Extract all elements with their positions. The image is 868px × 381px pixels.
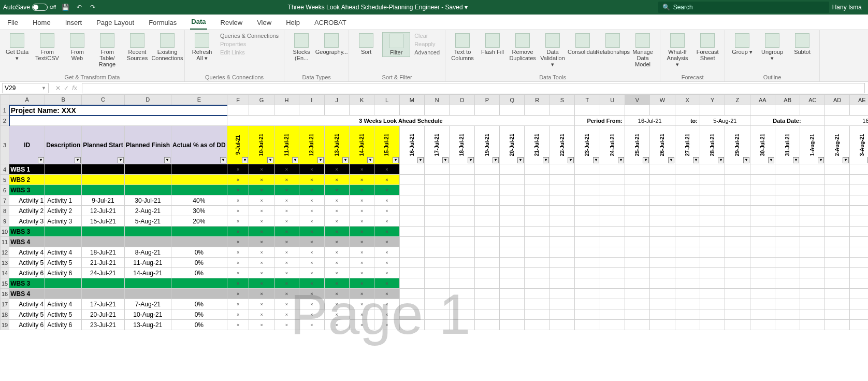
schedule-title[interactable]: 3 Weeks Look Ahead Schedule [227, 116, 574, 126]
cell-planned-start[interactable] [82, 185, 124, 195]
gantt-cell[interactable] [500, 185, 525, 195]
gantt-cell[interactable] [725, 175, 750, 185]
gantt-cell[interactable] [274, 164, 299, 175]
cell-id[interactable]: Activity 1 [9, 195, 45, 206]
gantt-cell[interactable] [450, 216, 474, 227]
gantt-cell[interactable] [525, 237, 549, 247]
gantt-cell[interactable] [825, 309, 850, 320]
date-header-2-Aug-21[interactable]: 2-Aug-21▾ [825, 126, 850, 164]
row-header-15[interactable]: 15 [1, 278, 9, 289]
gantt-cell[interactable] [800, 195, 825, 206]
col-header-R[interactable]: R [525, 95, 549, 105]
gantt-cell[interactable] [775, 268, 800, 278]
data-validation--button[interactable]: Data Validation ▾ [539, 32, 567, 69]
gantt-cell[interactable] [650, 227, 675, 237]
cell-desc[interactable] [45, 227, 82, 237]
gantt-cell[interactable] [525, 247, 549, 258]
gantt-cell[interactable] [474, 299, 499, 309]
header-id[interactable]: ID▾ [9, 126, 45, 164]
gantt-cell[interactable] [349, 268, 374, 278]
gantt-cell[interactable] [424, 185, 449, 195]
filter-button[interactable]: Filter [382, 32, 410, 57]
gantt-cell[interactable] [299, 247, 324, 258]
gantt-cell[interactable] [249, 278, 274, 289]
gantt-cell[interactable] [675, 206, 700, 216]
gantt-cell[interactable] [525, 309, 549, 320]
gantt-cell[interactable] [600, 309, 625, 320]
gantt-cell[interactable] [625, 268, 649, 278]
cell-id[interactable]: WBS 3 [9, 227, 45, 237]
gantt-cell[interactable] [849, 289, 868, 299]
gantt-cell[interactable] [274, 278, 299, 289]
gantt-cell[interactable] [399, 268, 424, 278]
gantt-cell[interactable] [249, 195, 274, 206]
gantt-cell[interactable] [324, 247, 349, 258]
gantt-cell[interactable] [625, 195, 649, 206]
gantt-cell[interactable] [450, 289, 474, 299]
ungroup--button[interactable]: Ungroup ▾ [758, 32, 786, 63]
cell-planned-start[interactable]: 17-Jul-21 [82, 299, 124, 309]
gantt-cell[interactable] [374, 206, 399, 216]
cell-planned-start[interactable] [82, 237, 124, 247]
gantt-cell[interactable] [700, 268, 725, 278]
gantt-cell[interactable] [549, 237, 574, 247]
cell-actual-pct[interactable] [171, 185, 227, 195]
gantt-cell[interactable] [849, 320, 868, 330]
gantt-cell[interactable] [450, 278, 474, 289]
gantt-cell[interactable] [525, 206, 549, 216]
date-header-20-Jul-21[interactable]: 20-Jul-21▾ [500, 126, 525, 164]
gantt-cell[interactable] [600, 216, 625, 227]
cell-planned-finish[interactable]: 13-Aug-21 [124, 320, 171, 330]
gantt-cell[interactable] [424, 164, 449, 175]
advanced-button[interactable]: Advanced [412, 49, 442, 56]
gantt-cell[interactable] [600, 164, 625, 175]
remove-duplicates-button[interactable]: Remove Duplicates [509, 32, 537, 62]
gantt-cell[interactable] [750, 309, 775, 320]
gantt-cell[interactable] [775, 175, 800, 185]
gantt-cell[interactable] [800, 237, 825, 247]
cell-planned-finish[interactable]: 14-Aug-21 [124, 268, 171, 278]
filter-icon[interactable]: ▾ [517, 157, 524, 163]
gantt-cell[interactable] [374, 309, 399, 320]
gantt-cell[interactable] [650, 164, 675, 175]
gantt-cell[interactable] [549, 227, 574, 237]
gantt-cell[interactable] [800, 227, 825, 237]
col-header-L[interactable]: L [374, 95, 399, 105]
gantt-cell[interactable] [450, 309, 474, 320]
gantt-cell[interactable] [500, 195, 525, 206]
gantt-cell[interactable] [299, 299, 324, 309]
gantt-cell[interactable] [424, 206, 449, 216]
gantt-cell[interactable] [800, 278, 825, 289]
gantt-cell[interactable] [399, 289, 424, 299]
cell-planned-start[interactable]: 21-Jul-21 [82, 258, 124, 268]
cell-id[interactable]: WBS 3 [9, 185, 45, 195]
properties-button[interactable]: Properties [218, 40, 281, 48]
gantt-cell[interactable] [299, 289, 324, 299]
gantt-cell[interactable] [625, 206, 649, 216]
gantt-cell[interactable] [650, 278, 675, 289]
gantt-cell[interactable] [349, 247, 374, 258]
gantt-cell[interactable] [725, 268, 750, 278]
cell-desc[interactable]: Activity 6 [45, 268, 82, 278]
gantt-cell[interactable] [825, 206, 850, 216]
name-box[interactable]: V29▼ [2, 83, 49, 93]
gantt-cell[interactable] [775, 206, 800, 216]
header-desc[interactable]: Description▾ [45, 126, 82, 164]
gantt-cell[interactable] [725, 278, 750, 289]
gantt-cell[interactable] [675, 278, 700, 289]
gantt-cell[interactable] [800, 320, 825, 330]
gantt-cell[interactable] [650, 309, 675, 320]
gantt-cell[interactable] [575, 175, 600, 185]
filter-icon[interactable]: ▾ [568, 157, 574, 163]
gantt-cell[interactable] [525, 320, 549, 330]
gantt-cell[interactable] [274, 237, 299, 247]
from-web-button[interactable]: From Web [63, 32, 91, 62]
date-header-9-Jul-21[interactable]: 9-Jul-21▾ [227, 126, 249, 164]
gantt-cell[interactable] [500, 320, 525, 330]
col-header-F[interactable]: F [227, 95, 249, 105]
gantt-cell[interactable] [374, 216, 399, 227]
gantt-cell[interactable] [575, 247, 600, 258]
gantt-cell[interactable] [650, 237, 675, 247]
gantt-cell[interactable] [474, 195, 499, 206]
gantt-cell[interactable] [549, 289, 574, 299]
